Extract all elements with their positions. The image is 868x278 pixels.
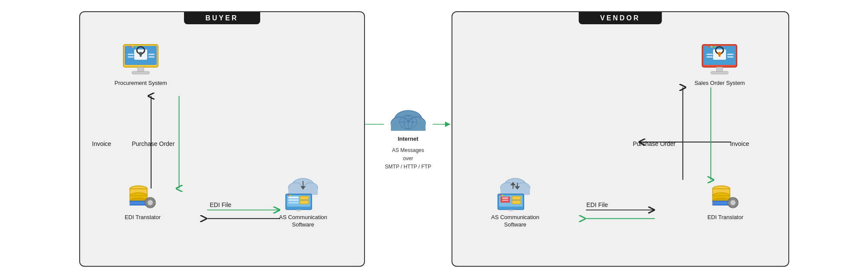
svg-point-78 bbox=[714, 46, 716, 48]
svg-rect-106 bbox=[732, 197, 734, 200]
svg-rect-25 bbox=[130, 203, 147, 204]
svg-point-77 bbox=[711, 46, 713, 48]
svg-rect-28 bbox=[149, 197, 151, 200]
svg-rect-44 bbox=[297, 210, 301, 211]
svg-rect-9 bbox=[140, 54, 142, 57]
buyer-edi-translator-node: EDI Translator bbox=[123, 181, 162, 221]
svg-rect-13 bbox=[148, 56, 155, 58]
buyer-as-comm-label: AS CommunicationSoftware bbox=[279, 214, 327, 229]
vendor-edi-translator-label: EDI Translator bbox=[707, 214, 743, 221]
svg-point-47 bbox=[290, 195, 291, 196]
svg-rect-39 bbox=[288, 197, 299, 198]
internet-section: Internet AS MessagesoverSMTP / HTTP / FT… bbox=[365, 107, 452, 171]
svg-rect-91 bbox=[512, 200, 521, 204]
procurement-system-node: Procurement System bbox=[115, 42, 167, 87]
svg-point-94 bbox=[500, 195, 501, 196]
svg-rect-14 bbox=[138, 67, 144, 71]
svg-point-46 bbox=[288, 195, 289, 196]
procurement-label: Procurement System bbox=[115, 80, 167, 87]
buyer-invoice-label: Invoice bbox=[92, 140, 111, 148]
internet-left-arrow bbox=[365, 120, 384, 129]
vendor-as-comm-node: AS CommunicationSoftware bbox=[491, 177, 539, 229]
vendor-invoice-label: Invoice bbox=[730, 140, 749, 148]
svg-rect-107 bbox=[732, 205, 734, 208]
svg-rect-43 bbox=[300, 200, 309, 204]
internet-sublabel: AS MessagesoverSMTP / HTTP / FTP bbox=[385, 146, 431, 171]
svg-rect-11 bbox=[128, 56, 134, 58]
svg-rect-42 bbox=[300, 196, 309, 200]
svg-rect-108 bbox=[728, 202, 730, 204]
svg-rect-69 bbox=[719, 54, 720, 57]
svg-rect-30 bbox=[145, 202, 148, 204]
svg-rect-74 bbox=[716, 67, 723, 71]
svg-rect-73 bbox=[727, 56, 733, 58]
svg-rect-29 bbox=[149, 205, 151, 208]
svg-rect-75 bbox=[711, 71, 728, 74]
buyer-edi-translator-icon bbox=[123, 181, 162, 211]
procurement-icon bbox=[121, 42, 160, 77]
vendor-section: VENDOR bbox=[452, 11, 789, 267]
main-diagram: BUYER bbox=[9, 9, 859, 269]
svg-rect-31 bbox=[153, 202, 155, 204]
svg-rect-70 bbox=[707, 54, 713, 55]
svg-rect-15 bbox=[132, 71, 149, 74]
internet-cloud-icon bbox=[384, 107, 432, 137]
vendor-title: VENDOR bbox=[578, 12, 661, 24]
svg-rect-103 bbox=[713, 203, 730, 204]
buyer-as-comm-node: AS CommunicationSoftware bbox=[279, 177, 327, 229]
svg-point-105 bbox=[730, 200, 736, 205]
svg-point-27 bbox=[148, 200, 153, 205]
vendor-sales-order-label: Sales Order System bbox=[694, 80, 745, 87]
svg-point-48 bbox=[292, 195, 294, 196]
vendor-sales-order-node: Sales Order System bbox=[694, 42, 745, 87]
svg-rect-88 bbox=[502, 197, 508, 199]
buyer-section: BUYER bbox=[79, 11, 365, 267]
svg-rect-92 bbox=[509, 210, 513, 211]
buyer-po-label: Purchase Order bbox=[132, 140, 175, 148]
svg-rect-90 bbox=[512, 196, 521, 200]
svg-rect-72 bbox=[727, 54, 733, 55]
svg-rect-109 bbox=[736, 202, 738, 204]
svg-rect-41 bbox=[288, 202, 299, 204]
vendor-as-comm-label: AS CommunicationSoftware bbox=[491, 214, 539, 229]
vendor-edi-file-label: EDI File bbox=[587, 201, 608, 209]
svg-rect-10 bbox=[128, 54, 134, 55]
svg-rect-40 bbox=[288, 199, 299, 201]
vendor-edi-translator-node: EDI Translator bbox=[706, 181, 745, 221]
svg-rect-12 bbox=[148, 54, 155, 55]
internet-right-arrow bbox=[432, 120, 452, 129]
svg-rect-71 bbox=[707, 56, 713, 58]
svg-point-18 bbox=[135, 46, 137, 48]
svg-point-96 bbox=[504, 195, 506, 196]
buyer-as-comm-icon bbox=[281, 177, 325, 211]
vendor-sales-order-icon bbox=[700, 42, 739, 77]
buyer-edi-file-label: EDI File bbox=[210, 201, 232, 209]
svg-point-95 bbox=[502, 195, 503, 196]
internet-label: Internet bbox=[398, 136, 419, 142]
buyer-edi-translator-label: EDI Translator bbox=[125, 214, 161, 221]
buyer-title: BUYER bbox=[184, 12, 260, 24]
vendor-po-label: Purchase Order bbox=[633, 140, 676, 148]
svg-point-76 bbox=[708, 46, 710, 48]
svg-point-16 bbox=[129, 46, 131, 48]
vendor-as-comm-icon bbox=[494, 177, 537, 211]
svg-point-17 bbox=[132, 46, 134, 48]
svg-rect-89 bbox=[502, 200, 508, 201]
vendor-edi-translator-icon bbox=[706, 181, 745, 211]
